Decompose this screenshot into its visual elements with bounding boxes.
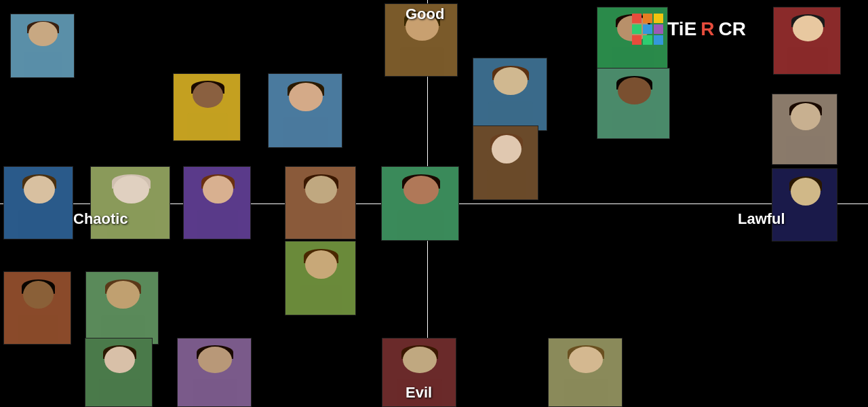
logo-cell: [632, 24, 642, 34]
logo-grid: [632, 14, 663, 45]
character-image: [473, 125, 538, 200]
tiermaker-logo: TiE R CR: [632, 14, 746, 45]
chaotic-label: Chaotic: [73, 210, 128, 228]
character-image: [773, 7, 841, 75]
logo-text: TiE: [667, 18, 696, 40]
logo-cell: [654, 35, 663, 45]
character-image: [597, 68, 670, 139]
character-image: [285, 166, 356, 239]
character-image: [85, 338, 153, 407]
character-image: [85, 271, 159, 345]
logo-cell: [643, 24, 652, 34]
logo-cell: [654, 24, 663, 34]
character-image: [173, 73, 241, 141]
character-image: [285, 241, 356, 315]
logo-cell: [654, 14, 663, 23]
character-image: [90, 166, 170, 239]
logo-cr: CR: [719, 18, 746, 40]
character-image: [3, 271, 71, 345]
character-image: [548, 338, 623, 407]
logo-cell: [643, 35, 652, 45]
character-image: [10, 14, 75, 78]
character-image: [268, 73, 342, 148]
logo-cell: [643, 14, 652, 23]
good-label: Good: [406, 5, 444, 23]
logo-cell: [632, 35, 642, 45]
character-image: [772, 94, 837, 165]
character-image: [381, 166, 459, 241]
character-image: [3, 166, 73, 239]
logo-cell: [632, 14, 642, 23]
character-image: [772, 168, 837, 241]
character-image: [177, 338, 252, 407]
lawful-label: Lawful: [738, 210, 785, 228]
logo-suffix: R: [701, 18, 714, 40]
character-image: [183, 166, 251, 239]
character-image: [473, 58, 547, 131]
evil-label: Evil: [406, 384, 432, 402]
